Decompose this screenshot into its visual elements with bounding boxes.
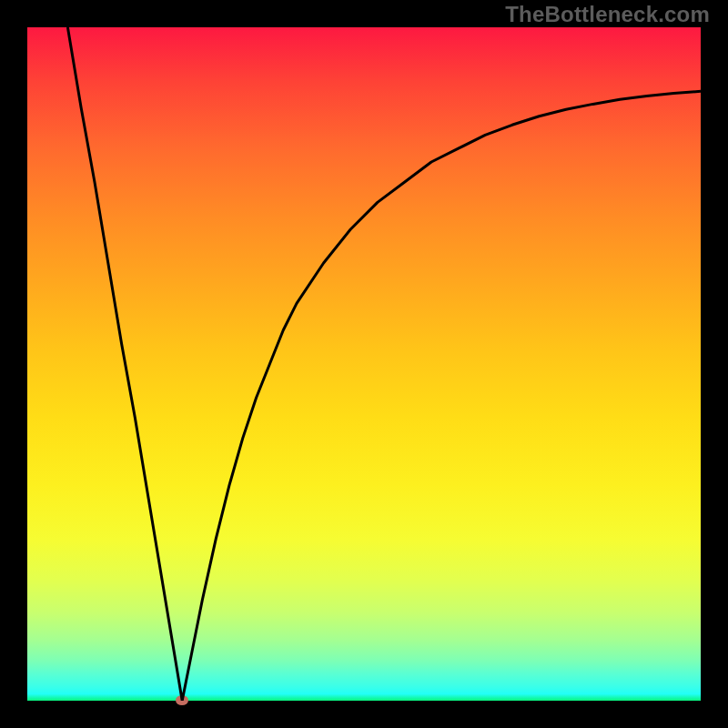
bottleneck-curve (27, 27, 701, 701)
watermark-text: TheBottleneck.com (505, 2, 710, 27)
chart-container: TheBottleneck.com (0, 0, 728, 728)
